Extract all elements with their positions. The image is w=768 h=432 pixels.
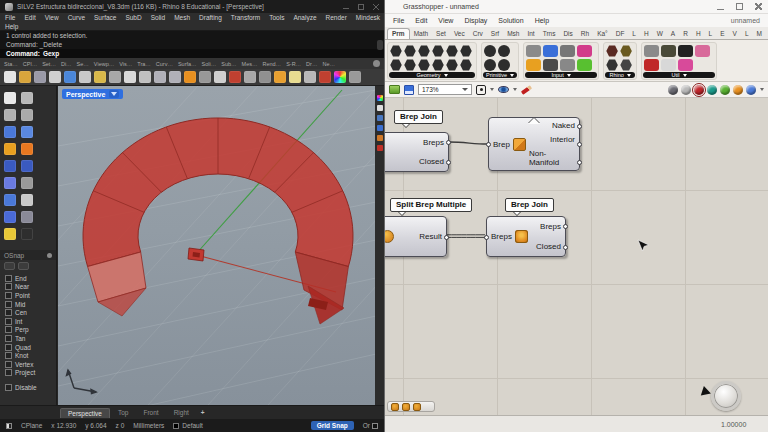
category-tab[interactable]: Ka° (593, 29, 612, 39)
orange-ball-icon[interactable] (733, 85, 743, 95)
param-geometry-icon[interactable] (404, 45, 416, 57)
menu-item[interactable]: Transform (231, 14, 260, 21)
menu-item[interactable]: Help (5, 23, 18, 30)
open-file-icon[interactable] (19, 71, 31, 83)
param-geometry-icon[interactable] (404, 59, 416, 71)
osnap-checkbox[interactable]: End (5, 274, 56, 283)
teal-gem-icon[interactable] (707, 85, 717, 95)
new-file-icon[interactable] (4, 71, 16, 83)
category-tab[interactable]: DF (612, 29, 629, 39)
command-scrollbar[interactable] (377, 40, 383, 50)
toolbar-tab[interactable]: Surfa… (178, 61, 197, 67)
command-prompt[interactable]: Command: Gexp (0, 49, 384, 58)
plane-tool-icon[interactable] (4, 211, 16, 223)
explode-alt-tool-icon[interactable] (21, 143, 33, 155)
viewport-layout-icon[interactable] (214, 71, 226, 83)
knob-icon[interactable] (560, 45, 575, 57)
red-swoosh-icon[interactable] (229, 71, 241, 83)
menu-item[interactable]: SubD (125, 14, 141, 21)
recent-component-icon[interactable] (391, 403, 399, 411)
move-icon[interactable] (139, 71, 151, 83)
toolbar-tab[interactable]: Se… (77, 61, 89, 67)
explode-tool-icon[interactable] (4, 143, 16, 155)
menu-item[interactable]: File (393, 17, 404, 24)
param-primitive-icon[interactable] (498, 45, 510, 57)
category-tab[interactable]: E (716, 29, 728, 39)
category-tab[interactable]: A (667, 29, 679, 39)
menu-item[interactable]: Mindesk (356, 14, 380, 21)
close-icon[interactable] (755, 3, 762, 10)
add-viewport-tab-button[interactable]: + (197, 408, 209, 417)
flask-icon[interactable] (678, 59, 693, 71)
arrow-light-icon[interactable] (661, 59, 676, 71)
gear-icon[interactable] (47, 253, 52, 258)
viewport-menu-button[interactable] (109, 90, 119, 98)
param-geometry-icon[interactable] (432, 59, 444, 71)
rhino-surface-icon[interactable] (620, 59, 632, 71)
menu-item[interactable]: Display (464, 17, 487, 24)
param-geometry-icon[interactable] (446, 59, 458, 71)
chevron-down-icon[interactable] (490, 88, 494, 91)
sphere-tool-icon[interactable] (4, 126, 16, 138)
units-label[interactable]: Millimeters (133, 422, 164, 429)
layer-color-swatch[interactable] (173, 423, 179, 429)
category-tab[interactable]: L (705, 29, 717, 39)
category-tab[interactable]: Srf (487, 29, 503, 39)
osnap-checkbox[interactable]: Point (5, 291, 56, 300)
rhino-geometry-icon[interactable] (606, 45, 618, 57)
circle-select-tool-icon[interactable] (21, 92, 33, 104)
import-icon[interactable] (526, 45, 541, 57)
zoom-fit-icon[interactable] (476, 85, 486, 95)
osnap-checkbox[interactable]: Vertex (5, 360, 56, 369)
viewport-title-pill[interactable]: Perspective (62, 89, 123, 99)
toolbar-tab[interactable]: Set… (42, 61, 56, 67)
minimize-icon[interactable] (717, 9, 724, 10)
dark-tool-icon[interactable] (21, 228, 33, 240)
solid-tool-icon[interactable] (4, 160, 16, 172)
menu-item[interactable]: Solution (498, 17, 523, 24)
ortho-icon[interactable] (372, 423, 378, 429)
puddle-tool-icon[interactable] (4, 228, 16, 240)
ball-pink-icon[interactable] (695, 45, 710, 57)
toolbar-tab[interactable]: Tra… (137, 61, 151, 67)
output-nub[interactable] (563, 245, 568, 250)
menu-item[interactable]: Edit (415, 17, 427, 24)
viewport-tab-perspective[interactable]: Perspective (60, 408, 110, 418)
menu-item[interactable]: Surface (94, 14, 116, 21)
menu-item[interactable]: Solid (151, 14, 165, 21)
category-tab[interactable]: Msh (503, 29, 523, 39)
grasshopper-canvas[interactable]: Brep Join Breps Breps Closed Brep (385, 98, 768, 415)
toolbar-tab[interactable]: CPl… (23, 61, 37, 67)
ribbon-group-label[interactable]: Geometry (389, 72, 475, 78)
snowflake-tool-icon[interactable] (21, 211, 33, 223)
material-panel-icon[interactable] (377, 115, 383, 121)
param-geometry-icon[interactable] (432, 45, 444, 57)
lamp-icon[interactable] (289, 71, 301, 83)
cone-tool-icon[interactable] (4, 177, 16, 189)
menu-item[interactable]: Analyze (293, 14, 316, 21)
zoom-extents-icon[interactable] (184, 71, 196, 83)
category-tab[interactable]: Prm (387, 28, 410, 39)
perspective-viewport[interactable]: Perspective (58, 86, 375, 405)
cplane-label[interactable]: CPlane (21, 422, 42, 429)
save-icon[interactable] (34, 71, 46, 83)
lock-icon[interactable] (304, 71, 316, 83)
toolbar-tab[interactable]: Viewp… (94, 61, 114, 67)
pan-icon[interactable] (124, 71, 136, 83)
category-tab[interactable]: Math (410, 29, 432, 39)
param-geometry-icon[interactable] (418, 45, 430, 57)
red-gem-icon[interactable] (694, 85, 704, 95)
toolbar-tab[interactable]: Sta… (4, 61, 18, 67)
recent-component-icon[interactable] (413, 403, 421, 411)
osnap-filter-button[interactable] (18, 262, 29, 270)
blue-ball-icon[interactable] (746, 85, 756, 95)
osnap-checkbox[interactable]: Near (5, 283, 56, 292)
toolbar-tab[interactable]: Curv… (156, 61, 173, 67)
rotate-view-icon[interactable] (199, 71, 211, 83)
output-nub[interactable] (446, 160, 451, 165)
ellipsoid-tool-icon[interactable] (21, 126, 33, 138)
array-tool-icon[interactable] (21, 194, 33, 206)
gear-icon[interactable] (373, 60, 380, 67)
button-icon[interactable] (543, 59, 558, 71)
chevron-down-icon[interactable] (513, 88, 517, 91)
